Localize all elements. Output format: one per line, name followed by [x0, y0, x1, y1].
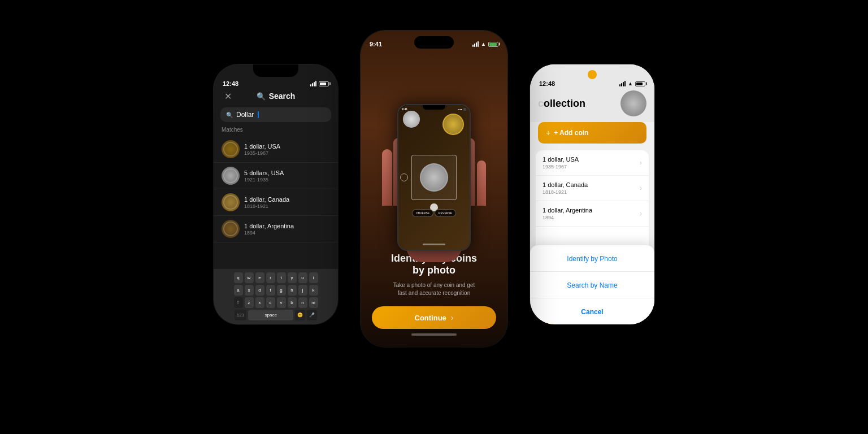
coin-info-1: 1 dollar, USA 1935-1967 — [244, 143, 330, 156]
wifi-icon-center: ▲ — [481, 41, 486, 47]
collection-coin-info-1: 1 dollar, USA 1935-1967 — [542, 156, 640, 170]
signal-icon-center — [472, 41, 479, 47]
add-coin-plus-icon: + — [546, 128, 550, 137]
battery-center — [488, 42, 498, 47]
add-coin-text: + Add coin — [554, 129, 588, 137]
kb-k[interactable]: k — [309, 285, 318, 296]
inner-time: 9:41 — [402, 107, 407, 111]
kb-v[interactable]: v — [277, 297, 286, 308]
collection-item-2[interactable]: 1 dollar, Canada 1818-1921 › — [536, 176, 649, 201]
matches-label: Matches — [214, 127, 338, 136]
signal-icon-left — [310, 81, 316, 86]
screen-right: 12:48 ▲ c — [530, 64, 654, 324]
continue-button-text: Continue — [415, 314, 446, 322]
battery-fill-left — [320, 83, 326, 85]
kb-q[interactable]: q — [234, 272, 243, 283]
time-center: 9:41 — [370, 41, 382, 47]
kb-m[interactable]: m — [309, 297, 318, 308]
kb-h[interactable]: h — [288, 285, 297, 296]
kb-x[interactable]: x — [255, 297, 264, 308]
kb-f[interactable]: f — [266, 285, 275, 296]
coin-name-3: 1 dollar, Canada — [244, 196, 330, 203]
kb-z[interactable]: z — [245, 297, 254, 308]
search-by-name-text: Search by Name — [567, 281, 617, 289]
kb-c[interactable]: c — [266, 297, 275, 308]
kb-s[interactable]: s — [245, 285, 254, 296]
coin-name-2: 5 dollars, USA — [244, 170, 330, 176]
collection-coin-name-1: 1 dollar, USA — [542, 156, 640, 163]
coin-item-2[interactable]: 5 dollars, USA 1921-1935 — [214, 163, 338, 189]
kb-shift[interactable]: ⇧ — [234, 297, 243, 308]
identify-by-photo-item[interactable]: Identify by Photo — [530, 245, 654, 272]
home-indicator-center — [411, 333, 457, 336]
search-title-text: Search — [269, 92, 296, 101]
notch-left — [253, 64, 298, 77]
bottom-sheet: Identify by Photo Search by Name Cancel — [530, 245, 654, 324]
add-coin-button[interactable]: + + Add coin — [538, 122, 646, 144]
search-input-field[interactable]: 🔍 Dollar — [220, 107, 331, 122]
coin-ring-1 — [223, 142, 238, 157]
kb-mic[interactable]: 🎤 — [307, 310, 317, 320]
coin-avatar-3 — [222, 193, 240, 211]
cancel-text: Cancel — [581, 308, 603, 316]
screen-center: 9:41 ▲ — [361, 31, 507, 347]
wifi-icon-right: ▲ — [628, 81, 633, 86]
kb-d[interactable]: d — [255, 285, 264, 296]
phone-left: 12:48 ✕ 🔍 Sea — [214, 64, 338, 324]
coin-year-4: 1894 — [244, 230, 330, 236]
hand-area: 9:41 ●●● ⬛ — [361, 76, 507, 279]
search-by-name-item[interactable]: Search by Name — [530, 272, 654, 298]
continue-button[interactable]: Continue › — [372, 306, 496, 329]
coin-ring-2 — [223, 168, 238, 183]
kb-j[interactable]: j — [298, 285, 307, 296]
collection-coin-info-2: 1 dollar, Canada 1818-1921 — [542, 181, 640, 195]
collection-item-3[interactable]: 1 dollar, Argentina 1894 › — [536, 201, 649, 227]
kb-row-1: q w e r t y u i — [216, 272, 336, 283]
close-button[interactable]: ✕ — [222, 90, 234, 102]
kb-123[interactable]: 123 — [235, 310, 246, 320]
camera-bottom: Identify any coinsby photo Take a photo … — [361, 253, 507, 347]
coin-ring-3 — [223, 195, 238, 210]
kb-row-2: a s d f g h j k — [216, 285, 336, 296]
search-input-text: Dollar — [236, 111, 254, 119]
phones-container: 12:48 ✕ 🔍 Sea — [180, 19, 688, 415]
scan-indicator-left — [400, 173, 408, 181]
kb-u[interactable]: u — [298, 272, 307, 283]
kb-t[interactable]: t — [277, 272, 286, 283]
battery-fill-right — [636, 83, 643, 85]
coin-item-3[interactable]: 1 dollar, Canada 1818-1921 — [214, 189, 338, 216]
kb-y[interactable]: y — [288, 272, 297, 283]
kb-a[interactable]: a — [234, 285, 243, 296]
kb-e[interactable]: e — [255, 272, 264, 283]
collection-coin-name-3: 1 dollar, Argentina — [542, 207, 640, 214]
coin-name-1: 1 dollar, USA — [244, 143, 330, 150]
collection-coin-year-3: 1894 — [542, 215, 640, 220]
coin-info-3: 1 dollar, Canada 1818-1921 — [244, 196, 330, 209]
phone-right: 12:48 ▲ c — [530, 64, 654, 324]
scan-coin — [420, 163, 448, 192]
cancel-item[interactable]: Cancel — [530, 298, 654, 324]
coin-year-3: 1818-1921 — [244, 203, 330, 209]
coin-name-4: 1 dollar, Argentina — [244, 223, 330, 229]
kb-n[interactable]: n — [298, 297, 307, 308]
search-header: ✕ 🔍 Search — [214, 87, 338, 105]
chevron-right-3: › — [640, 210, 642, 218]
scan-label-obverse: OBVERSE — [412, 209, 433, 217]
search-title: 🔍 Search — [257, 92, 296, 101]
collection-item-1[interactable]: 1 dollar, USA 1935-1967 › — [536, 150, 649, 176]
coin-item-4[interactable]: 1 dollar, Argentina 1894 — [214, 216, 338, 242]
kb-emoji[interactable]: 😊 — [295, 310, 305, 320]
chevron-right-2: › — [640, 184, 642, 192]
coin-item-1[interactable]: 1 dollar, USA 1935-1967 — [214, 136, 338, 163]
dynamic-island-right — [588, 70, 597, 79]
kb-b[interactable]: b — [288, 297, 297, 308]
collection-coin-name-2: 1 dollar, Canada — [542, 181, 640, 188]
kb-row-3: ⇧ z x c v b n m — [216, 297, 336, 308]
kb-space[interactable]: space — [248, 310, 293, 320]
collection-title-text: ollection — [544, 98, 585, 109]
kb-r[interactable]: r — [266, 272, 275, 283]
kb-w[interactable]: w — [245, 272, 254, 283]
kb-g[interactable]: g — [277, 285, 286, 296]
status-icons-left — [310, 81, 329, 86]
kb-i[interactable]: i — [309, 272, 318, 283]
